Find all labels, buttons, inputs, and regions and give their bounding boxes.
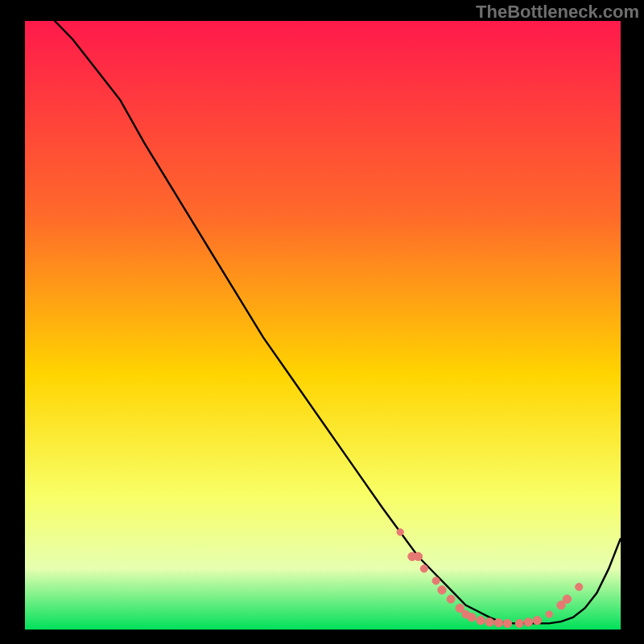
- valley-marker: [485, 618, 493, 626]
- valley-marker: [576, 584, 583, 591]
- valley-marker: [456, 604, 464, 612]
- valley-marker: [438, 586, 446, 594]
- valley-marker: [524, 618, 532, 626]
- valley-marker: [515, 619, 523, 627]
- valley-marker: [533, 617, 541, 625]
- plot-area: [25, 21, 621, 630]
- chart-svg: [25, 21, 621, 630]
- valley-marker: [447, 595, 455, 603]
- watermark-label: TheBottleneck.com: [476, 2, 639, 23]
- valley-marker: [503, 619, 511, 627]
- chart-root: TheBottleneck.com: [0, 0, 644, 644]
- valley-marker: [494, 619, 502, 627]
- valley-marker: [420, 565, 427, 572]
- valley-marker: [414, 552, 422, 560]
- valley-marker: [432, 577, 440, 584]
- valley-marker: [397, 529, 403, 535]
- gradient-background: [25, 21, 621, 630]
- valley-marker: [477, 617, 485, 625]
- valley-marker: [563, 595, 571, 603]
- valley-marker: [546, 611, 552, 617]
- valley-marker: [468, 613, 476, 621]
